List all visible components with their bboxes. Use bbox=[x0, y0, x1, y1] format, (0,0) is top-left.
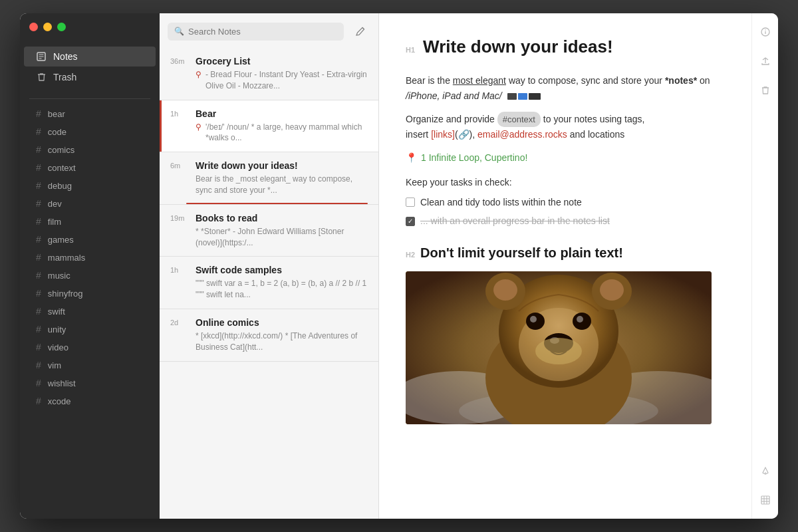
tag-item-unity[interactable]: # unity bbox=[24, 321, 156, 338]
tag-label: code bbox=[48, 127, 66, 137]
hash-icon: # bbox=[36, 234, 41, 245]
tag-item-xcode[interactable]: # xcode bbox=[24, 392, 156, 410]
hash-icon: # bbox=[36, 252, 41, 263]
mac-icon bbox=[529, 93, 541, 100]
note-card-swift[interactable]: 1h Swift code samples """ swift var a = … bbox=[160, 257, 378, 309]
share-button[interactable] bbox=[756, 52, 775, 70]
bear-photo bbox=[406, 271, 712, 424]
search-icon: 🔍 bbox=[174, 27, 184, 36]
note-h2: H2 Don't limit yourself to plain text! bbox=[406, 242, 725, 263]
note-snippet: Bear is the _most elegant_ way to compos… bbox=[196, 174, 368, 196]
tag-item-context[interactable]: # context bbox=[24, 159, 156, 176]
note-time: 1h bbox=[170, 108, 190, 118]
task-text-2: ... with an overall progress bar in the … bbox=[420, 213, 610, 228]
titlebar bbox=[20, 13, 160, 41]
note-snippet: '/beɪ/' /noun/ * a large, heavy mammal w… bbox=[205, 122, 368, 144]
note-snippet: * *Stoner* - John Edward Williams [Stone… bbox=[196, 226, 368, 249]
minimize-button[interactable] bbox=[43, 23, 52, 31]
maximize-button[interactable] bbox=[57, 23, 66, 31]
delete-button[interactable] bbox=[756, 81, 775, 100]
tag-label: shinyfrog bbox=[48, 289, 83, 299]
location-text: 1 Infinite Loop, Cupertino! bbox=[421, 150, 527, 165]
svg-point-18 bbox=[577, 316, 583, 323]
note-content: Bear ⚲ '/beɪ/' /noun/ * a large, heavy m… bbox=[196, 108, 368, 144]
tag-item-dev[interactable]: # dev bbox=[24, 195, 156, 212]
note-snippet: - Bread Flour - Instant Dry Yeast - Extr… bbox=[205, 69, 368, 92]
note-content: Write down your ideas! Bear is the _most… bbox=[196, 160, 368, 196]
note-title: Grocery List bbox=[196, 56, 368, 66]
tags-section: # bear # code # comics # context # debug… bbox=[20, 104, 160, 519]
hash-icon: # bbox=[36, 144, 41, 155]
note-time: 36m bbox=[170, 56, 190, 65]
tag-item-music[interactable]: # music bbox=[24, 267, 156, 284]
hash-icon: # bbox=[36, 324, 41, 334]
note-card-write[interactable]: 6m Write down your ideas! Bear is the _m… bbox=[160, 152, 378, 205]
note-content: Online comics * [xkcd](http://xkcd.com/)… bbox=[196, 317, 368, 353]
tasks-header: Keep your tasks in check: bbox=[406, 175, 725, 190]
tag-item-mammals[interactable]: # mammals bbox=[24, 249, 156, 266]
email-text: email@address.rocks bbox=[477, 129, 567, 140]
search-bar[interactable]: 🔍 bbox=[168, 23, 344, 41]
note-time: 6m bbox=[170, 160, 190, 170]
close-button[interactable] bbox=[29, 23, 38, 31]
editor-content[interactable]: H1 Write down your ideas! Bear is the mo… bbox=[379, 13, 751, 519]
hash-icon: # bbox=[36, 126, 41, 137]
note-content: Swift code samples """ swift var a = 1, … bbox=[196, 265, 368, 301]
editor-paragraph-2: Organize and provide #context to your no… bbox=[406, 112, 725, 143]
table-button[interactable] bbox=[756, 491, 775, 509]
tag-item-swift[interactable]: # swift bbox=[24, 303, 156, 320]
pen-button[interactable] bbox=[756, 462, 775, 480]
progress-bar bbox=[186, 203, 368, 204]
sidebar-notes-label: Notes bbox=[53, 51, 78, 62]
tag-item-games[interactable]: # games bbox=[24, 231, 156, 248]
tag-label: bear bbox=[48, 109, 65, 119]
compose-button[interactable] bbox=[350, 21, 370, 41]
note-card-comics[interactable]: 2d Online comics * [xkcd](http://xkcd.co… bbox=[160, 309, 378, 362]
svg-point-24 bbox=[765, 29, 766, 31]
task-text-1: Clean and tidy todo lists within the not… bbox=[420, 195, 582, 209]
note-h1: H1 Write down your ideas! bbox=[406, 33, 725, 61]
sidebar: Notes Trash # bear # code bbox=[20, 13, 160, 519]
bear-image bbox=[406, 271, 712, 424]
note-snippet: * [xkcd](http://xkcd.com/) * [The Advent… bbox=[196, 331, 368, 353]
tag-item-debug[interactable]: # debug bbox=[24, 177, 156, 194]
task-checkbox-1[interactable] bbox=[406, 198, 415, 207]
sidebar-divider bbox=[29, 98, 150, 99]
search-input[interactable] bbox=[188, 27, 337, 37]
sidebar-item-trash[interactable]: Trash bbox=[24, 67, 156, 87]
tag-item-vim[interactable]: # vim bbox=[24, 356, 156, 374]
tag-item-shinyfrog[interactable]: # shinyfrog bbox=[24, 285, 156, 302]
notes-bold: *notes* bbox=[665, 75, 697, 86]
note-card-bear[interactable]: 1h Bear ⚲ '/beɪ/' /noun/ * a large, heav… bbox=[160, 100, 378, 153]
elegant-text: most elegant bbox=[453, 75, 506, 86]
tag-label: film bbox=[48, 217, 61, 227]
svg-point-21 bbox=[535, 338, 582, 364]
note-title: Bear bbox=[196, 108, 368, 119]
svg-point-13 bbox=[600, 279, 624, 301]
notes-icon bbox=[36, 51, 47, 62]
tag-item-video[interactable]: # video bbox=[24, 338, 156, 356]
tag-item-film[interactable]: # film bbox=[24, 213, 156, 230]
tag-item-wishlist[interactable]: # wishlist bbox=[24, 374, 156, 392]
task-section: Keep your tasks in check: Clean and tidy… bbox=[406, 175, 725, 229]
note-card-books[interactable]: 19m Books to read * *Stoner* - John Edwa… bbox=[160, 205, 378, 257]
hash-icon: # bbox=[36, 216, 41, 227]
tag-label: music bbox=[48, 271, 70, 281]
note-card-grocery[interactable]: 36m Grocery List ⚲ - Bread Flour - Insta… bbox=[160, 48, 378, 100]
sync-icon bbox=[518, 93, 527, 100]
sidebar-item-notes[interactable]: Notes bbox=[24, 47, 156, 66]
sidebar-nav: Notes Trash bbox=[20, 41, 160, 93]
tag-item-comics[interactable]: # comics bbox=[24, 141, 156, 158]
task-checkbox-2[interactable] bbox=[406, 217, 415, 226]
location-icon: 📍 bbox=[406, 150, 417, 165]
hash-icon: # bbox=[36, 180, 41, 191]
svg-point-11 bbox=[493, 279, 517, 301]
tag-label: context bbox=[48, 163, 76, 173]
device-icons bbox=[507, 93, 541, 100]
tag-item-bear[interactable]: # bear bbox=[24, 105, 156, 122]
note-time: 2d bbox=[170, 317, 190, 327]
tag-item-code[interactable]: # code bbox=[24, 123, 156, 140]
info-button[interactable] bbox=[756, 23, 775, 41]
note-title: Swift code samples bbox=[196, 265, 368, 275]
pin-icon: ⚲ bbox=[196, 122, 201, 132]
